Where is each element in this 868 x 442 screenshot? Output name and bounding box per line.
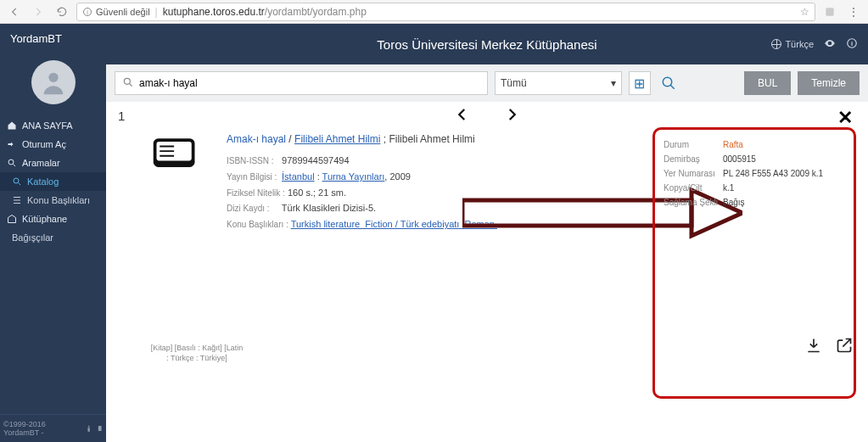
- next-button[interactable]: [504, 107, 519, 126]
- nav-searches[interactable]: Aramalar: [0, 154, 106, 172]
- page-title: Toros Üniversitesi Merkez Kütüphanesi: [377, 37, 596, 52]
- holdings-panel: DurumRafta Demirbaş0005915 Yer NumarasıP…: [652, 127, 856, 399]
- nav-library[interactable]: Kütüphane: [0, 210, 106, 228]
- address-bar[interactable]: iGüvenli değil | kutuphane.toros.edu.tr/…: [76, 3, 815, 21]
- nav-catalog[interactable]: Katalog: [0, 172, 106, 191]
- library-icon: [7, 214, 17, 224]
- result-item: Amak-ı hayal / Filibeli Ahmet Hilmi ; Fi…: [150, 131, 503, 232]
- search-icon: [12, 176, 22, 187]
- share-icon[interactable]: [836, 337, 853, 357]
- reload-button[interactable]: [53, 3, 71, 21]
- svg-rect-2: [826, 8, 833, 15]
- nav-subjects-label: Konu Başlıkları: [27, 195, 90, 205]
- svg-text:i: i: [87, 8, 88, 14]
- language-switch[interactable]: Türkçe: [771, 39, 814, 49]
- nav-subjects[interactable]: Konu Başlıkları: [0, 191, 106, 210]
- search-input[interactable]: [139, 77, 480, 89]
- bookmark-star-icon[interactable]: ☆: [800, 6, 809, 18]
- svg-point-10: [663, 77, 672, 87]
- forward-button[interactable]: [29, 3, 48, 21]
- scope-select[interactable]: Tümü▾: [495, 71, 622, 95]
- acquisition-value: Bağış: [723, 198, 745, 207]
- globe-icon: [771, 39, 781, 49]
- home-icon: [7, 120, 17, 131]
- content-area: 1 ✕ Amak-ı hayal / Filibeli Ahmet Hilmi …: [106, 102, 868, 442]
- header-bar: Toros Üniversitesi Merkez Kütüphanesi Tü…: [106, 24, 868, 64]
- pager: [455, 107, 519, 126]
- sidebar-footer: ©1999-2016 YordamBT -: [0, 414, 106, 442]
- author-link[interactable]: Filibeli Ahmet Hilmi: [294, 133, 380, 145]
- browser-toolbar: iGüvenli değil | kutuphane.toros.edu.tr/…: [0, 0, 868, 24]
- record-title: Amak-ı hayal / Filibeli Ahmet Hilmi ; Fi…: [227, 131, 503, 148]
- svg-point-9: [124, 78, 130, 84]
- pub-place-link[interactable]: İstanbul: [282, 171, 315, 182]
- eye-icon[interactable]: [824, 37, 836, 51]
- nav-catalog-label: Katalog: [27, 176, 59, 187]
- call-number-value: PL 248 F555 A43 2009 k.1: [723, 169, 823, 178]
- isbn-value: 9789944597494: [282, 155, 350, 165]
- browser-menu-icon[interactable]: ⋮: [844, 3, 863, 21]
- clear-button[interactable]: Temizle: [798, 71, 860, 95]
- prev-button[interactable]: [455, 107, 470, 126]
- add-filter-icon[interactable]: ⊞: [629, 71, 651, 95]
- profile-icon[interactable]: [820, 3, 839, 21]
- nav-login-label: Oturum Aç: [22, 139, 66, 149]
- copy-value: k.1: [723, 183, 734, 193]
- nav-home-label: ANA SAYFA: [22, 120, 73, 131]
- inventory-value: 0005915: [723, 154, 756, 164]
- title-link-1[interactable]: Amak-ı hayal: [227, 133, 286, 145]
- url-text: kutuphane.toros.edu.tr/yordambt/yordam.p…: [163, 6, 367, 18]
- svg-point-3: [48, 73, 58, 82]
- publisher-link[interactable]: Turna Yayınları: [322, 171, 385, 182]
- chevron-down-icon: ▾: [611, 77, 616, 89]
- nav-donors-label: Bağışçılar: [12, 232, 53, 243]
- record-tags: [Kitap] [Basılı : Kağıt] [Latin : Türkçe…: [150, 343, 244, 364]
- book-icon: [150, 131, 210, 182]
- close-button[interactable]: ✕: [837, 107, 853, 129]
- find-button[interactable]: BUL: [744, 71, 791, 95]
- svg-point-5: [14, 178, 19, 183]
- nav-searches-label: Aramalar: [22, 158, 60, 168]
- result-count: 1: [118, 109, 133, 435]
- search-bar: Tümü▾ ⊞ BUL Temizle: [106, 64, 868, 102]
- nav-donors[interactable]: Bağışçılar: [0, 228, 106, 247]
- nav-login[interactable]: Oturum Aç: [0, 135, 106, 154]
- svg-text:i: i: [851, 40, 853, 48]
- nav-home[interactable]: ANA SAYFA: [0, 116, 106, 135]
- back-button[interactable]: [5, 3, 24, 21]
- search-icon: [7, 158, 17, 168]
- nav-library-label: Kütüphane: [22, 214, 67, 224]
- login-icon: [7, 139, 17, 149]
- list-icon: [12, 195, 22, 205]
- download-icon[interactable]: [805, 337, 822, 357]
- status-value: Rafta: [723, 140, 743, 149]
- brand-logo[interactable]: YordamBT: [0, 24, 106, 53]
- sidebar: YordamBT ANA SAYFA Oturum Aç Aramalar Ka…: [0, 24, 106, 442]
- svg-rect-6: [98, 426, 101, 431]
- svg-point-4: [8, 159, 14, 165]
- search-input-wrap: [115, 71, 488, 95]
- info-icon[interactable]: i: [846, 37, 858, 51]
- search-icon: [122, 76, 134, 91]
- insecure-badge: iGüvenli değil: [82, 7, 150, 17]
- advanced-search-icon[interactable]: [658, 71, 680, 95]
- avatar[interactable]: [31, 60, 76, 104]
